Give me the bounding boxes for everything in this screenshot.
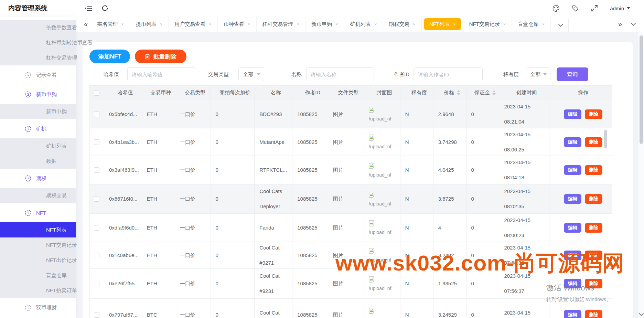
tab-close-icon[interactable]: × <box>374 22 377 27</box>
edit-button[interactable]: 编辑 <box>564 137 581 147</box>
scrollbar-thumb[interactable] <box>640 35 643 144</box>
tab-user-trade-view[interactable]: 用户交易查看× <box>169 17 218 32</box>
sidebar-item-nft-bid-records[interactable]: NFT出价记录 <box>0 253 76 268</box>
batch-delete-button[interactable]: 批量删除 <box>135 50 186 63</box>
rarity-select[interactable]: 全部 <box>526 67 550 81</box>
row-checkbox[interactable] <box>94 196 99 202</box>
delete-button[interactable]: 删除 <box>585 109 602 119</box>
delete-button[interactable]: 删除 <box>585 137 602 147</box>
row-checkbox[interactable] <box>94 112 99 117</box>
sidebar-item-miner[interactable]: 矿机 <box>0 119 76 138</box>
tab-close-icon[interactable]: × <box>209 22 212 27</box>
tab-coin-view[interactable]: 币种查看× <box>218 17 257 32</box>
delete-button[interactable]: 删除 <box>585 223 602 233</box>
row-checkbox[interactable] <box>94 253 99 258</box>
sort-icon[interactable] <box>457 90 460 95</box>
tab-close-icon[interactable]: × <box>453 22 456 27</box>
cell-text: 0 <box>216 109 255 120</box>
scrollbar-down-arrow-icon[interactable] <box>639 311 644 316</box>
collapse-menu-icon[interactable] <box>85 4 92 12</box>
sidebar-item-label: 记录查看 <box>36 72 57 78</box>
edit-button[interactable]: 编辑 <box>564 251 581 260</box>
sidebar-item-label: 新币申购 <box>36 91 57 98</box>
tab-label: NFT交易记录 <box>469 21 500 28</box>
sidebar-item-leverage-coin-to-fiat-view[interactable]: 杠杆币划转法币查看 <box>0 35 76 50</box>
edit-button[interactable]: 编辑 <box>564 109 581 119</box>
cell-bid-increase: 0 <box>211 184 255 213</box>
cell-text: 2023-04-15 <box>504 271 549 282</box>
tab-leverage-trade-mgmt[interactable]: 杠杆交易管理× <box>257 17 306 32</box>
refresh-icon[interactable] <box>101 4 109 12</box>
tab-close-icon[interactable]: × <box>542 22 545 27</box>
tab-close-icon[interactable]: × <box>503 22 506 27</box>
tab-blindbox-warehouse[interactable]: 盲盒仓库× <box>512 17 551 32</box>
tab-close-icon[interactable]: × <box>297 22 300 27</box>
add-nft-button[interactable]: 添加NFT <box>89 50 130 63</box>
tab-close-icon[interactable]: × <box>121 22 124 27</box>
sidebar-item-nft-list[interactable]: NFT列表 <box>0 222 76 237</box>
sidebar-item-miner-data[interactable]: 数据 <box>0 153 76 169</box>
sidebar-item-records-view[interactable]: 记录查看 <box>0 65 76 85</box>
table-row: 0x797af57...BTC一口价0Cool Cat1085825图片/upl… <box>90 299 612 318</box>
delete-button[interactable]: 删除 <box>585 194 602 204</box>
row-checkbox[interactable] <box>94 312 99 318</box>
delete-button[interactable]: 删除 <box>585 279 602 288</box>
trade-type-select[interactable]: 全部 <box>238 67 264 81</box>
tab-new-coin-subscribe[interactable]: 新币申购× <box>305 17 344 32</box>
sidebar-item-multiplier-lots-view[interactable]: 倍数手数查看 <box>0 20 76 35</box>
sidebar-item-dual-coin-finance[interactable]: 双币理财 <box>0 298 76 317</box>
edit-button[interactable]: 编辑 <box>564 194 581 204</box>
sidebar-item-blindbox-warehouse[interactable]: 盲盒仓库 <box>0 268 76 283</box>
delete-button[interactable]: 删除 <box>585 165 602 175</box>
sidebar-item-new-coin-subscribe[interactable]: $ 新币申购 <box>0 85 76 104</box>
page-scrollbar[interactable] <box>638 32 644 318</box>
tabs-dropdown-button[interactable] <box>553 18 569 32</box>
user-menu[interactable]: admin <box>610 6 630 11</box>
edit-button[interactable]: 编辑 <box>564 310 581 318</box>
sidebar-item-nft-auction-orders[interactable]: NFT拍卖订单 <box>0 283 76 298</box>
tabs-scroll-left-icon[interactable]: « <box>80 17 91 32</box>
select-all-checkbox[interactable] <box>94 90 99 96</box>
row-checkbox[interactable] <box>94 167 99 173</box>
sidebar-item-nft[interactable]: NFT <box>0 203 76 222</box>
cell-text: BDC#293 <box>259 109 292 120</box>
sidebar-item-options-trade[interactable]: 期权交易 <box>0 188 76 203</box>
sidebar-item-miner-list[interactable]: 矿机列表 <box>0 138 76 153</box>
query-button[interactable]: 查询 <box>557 67 588 81</box>
tab-nft-list[interactable]: NFT列表× <box>424 18 461 30</box>
tab-miner-list[interactable]: 矿机列表× <box>344 17 383 32</box>
edit-button[interactable]: 编辑 <box>564 279 581 288</box>
delete-button[interactable]: 删除 <box>585 251 602 260</box>
sidebar-item-leverage-trade-mgmt[interactable]: 杠杆交易管理 <box>0 50 76 65</box>
tab-close-icon[interactable]: × <box>335 22 338 27</box>
tab-options-trade[interactable]: 期权交易× <box>383 17 422 32</box>
tab-close-icon[interactable]: × <box>413 22 416 27</box>
tab-real-name-mgmt[interactable]: 实名管理× <box>91 17 130 32</box>
hash-input[interactable] <box>127 67 196 81</box>
name-input[interactable] <box>306 67 374 81</box>
delete-button[interactable]: 删除 <box>585 310 602 318</box>
sidebar-item-nft-trade-records[interactable]: NFT交易记录 <box>0 237 76 253</box>
edit-button[interactable]: 编辑 <box>564 223 581 233</box>
tabs-scroll-right-icon[interactable]: » <box>618 17 622 32</box>
tab-withdraw-list[interactable]: 提币列表× <box>130 17 169 32</box>
cell-rarity: N <box>400 156 433 184</box>
theme-palette-icon[interactable] <box>552 4 560 12</box>
column-header-label: 价格 <box>444 89 454 96</box>
sort-icon[interactable] <box>492 90 496 95</box>
fullscreen-icon[interactable] <box>591 4 598 12</box>
tab-nft-trade-records[interactable]: NFT交易记录× <box>463 17 512 32</box>
tab-close-icon[interactable]: × <box>248 22 250 27</box>
sidebar-item-options[interactable]: 期权 <box>0 169 76 188</box>
edit-button[interactable]: 编辑 <box>564 165 581 175</box>
tabs-collapse-icon[interactable] <box>631 21 636 26</box>
row-checkbox[interactable] <box>94 281 99 286</box>
sidebar-item-new-coin-subscribe-item[interactable]: 新币申购 <box>0 104 76 119</box>
table-scrollbar-thumb[interactable] <box>604 130 607 148</box>
row-checkbox[interactable] <box>94 225 99 231</box>
author-id-input[interactable] <box>414 67 483 81</box>
tab-close-icon[interactable]: × <box>160 22 163 27</box>
cell-text: 2023-04-15 <box>504 157 549 168</box>
row-checkbox[interactable] <box>94 139 99 145</box>
tag-icon[interactable] <box>571 4 579 12</box>
